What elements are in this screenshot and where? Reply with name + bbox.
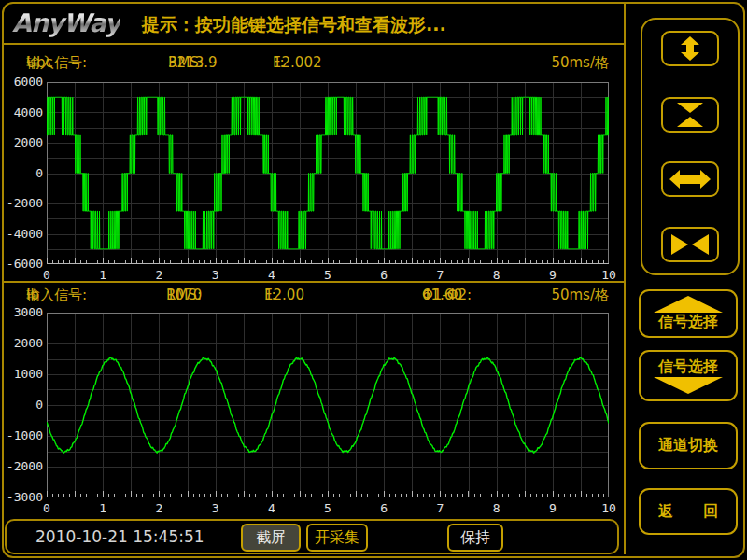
y-tick-label: 1000 — [2, 367, 43, 381]
y-tick-label: 0 — [2, 398, 43, 412]
x-tick-label: 7 — [426, 501, 454, 515]
vertical-expand-button[interactable] — [661, 31, 719, 66]
signal-name: Ib — [26, 287, 39, 303]
x-tick-label: 9 — [539, 501, 567, 515]
x-tick-label: 5 — [314, 268, 342, 282]
triangle-down-icon — [654, 377, 723, 394]
x-tick-label: 6 — [370, 501, 398, 515]
analyzer-screen: AnyWay 提示：按功能键选择信号和查看波形... 输入信号: Ubc RMS… — [0, 0, 747, 560]
y-tick-label: -4000 — [2, 227, 43, 241]
arrows-horizontal-expand-icon — [669, 167, 711, 191]
y-tick-label: 0 — [2, 166, 43, 180]
triangle-up-icon — [654, 296, 723, 313]
arrows-vertical-expand-icon — [669, 36, 711, 61]
x-tick-label: 1 — [89, 501, 117, 515]
x-tick-label: 6 — [370, 268, 398, 282]
x-tick-label: 3 — [202, 268, 230, 282]
y-tick-label: -6000 — [2, 257, 43, 271]
signal-select-up-button[interactable]: 信号选择 — [639, 289, 738, 338]
timestamp: 2010-10-21 15:45:51 — [35, 527, 204, 546]
arrows-vertical-compress-icon — [669, 103, 711, 127]
panel1-header: 输入信号: Ubc RMS: 3213.9 F: 12.002 50ms/格 — [0, 54, 624, 75]
x-tick-label: 2 — [145, 501, 173, 515]
capture-button[interactable]: 截屏 — [241, 524, 301, 552]
hint-text: 提示：按功能键选择信号和查看波形... — [142, 13, 446, 37]
timebase-label: 50ms/格 — [551, 54, 609, 72]
anyway-logo: AnyWay — [12, 8, 120, 37]
x-tick-label: 10 — [595, 501, 623, 515]
x-tick-label: 5 — [314, 501, 342, 515]
start-acquire-button[interactable]: 开采集 — [306, 524, 368, 552]
y-tick-label: -2000 — [2, 196, 43, 210]
x-tick-label: 3 — [202, 501, 230, 515]
timebase-label: 50ms/格 — [551, 287, 609, 304]
back-label: 返 回 — [658, 502, 718, 522]
y-tick-label: 3000 — [2, 305, 43, 319]
x-tick-label: 8 — [483, 268, 511, 282]
y-tick-label: 6000 — [2, 75, 43, 89]
x-tick-label: 7 — [426, 268, 454, 282]
waveform-canvas-ubc — [47, 82, 609, 264]
signal-select-down-button[interactable]: 信号选择 — [639, 350, 738, 401]
y-tick-label: 2000 — [2, 336, 43, 350]
x-tick-label: 8 — [483, 501, 511, 515]
back-button[interactable]: 返 回 — [639, 488, 738, 535]
x-tick-label: 1 — [89, 268, 117, 282]
titlebar-divider — [4, 43, 624, 45]
vertical-compress-button[interactable] — [661, 97, 719, 133]
x-tick-label: 4 — [258, 268, 286, 282]
horizontal-expand-button[interactable] — [661, 161, 719, 197]
y-tick-label: 2000 — [2, 135, 43, 149]
arrows-horizontal-compress-icon — [669, 232, 711, 257]
hold-button[interactable]: 保持 — [447, 524, 503, 552]
waveform-canvas-ib — [47, 313, 609, 497]
horizontal-compress-button[interactable] — [661, 227, 719, 262]
channel-switch-button[interactable]: 通道切换 — [639, 422, 738, 469]
x-tick-label: 2 — [145, 268, 173, 282]
signal-select-down-label: 信号选择 — [658, 357, 718, 377]
x-tick-label: 4 — [258, 501, 286, 515]
sidebar-divider — [624, 4, 626, 554]
signal-name: Ubc — [26, 54, 53, 71]
x-tick-label: 9 — [539, 268, 567, 282]
panel2-header: 输入信号: Ib RMS: 1070 F: 12.00 Φ1-Φ2: 61.60… — [0, 287, 624, 307]
y-tick-label: -3000 — [2, 490, 43, 504]
signal-select-up-label: 信号选择 — [658, 313, 718, 332]
x-tick-label: 10 — [595, 268, 623, 282]
y-tick-label: 4000 — [2, 105, 43, 119]
channel-switch-label: 通道切换 — [658, 436, 718, 455]
zoom-button-group — [641, 18, 740, 275]
y-tick-label: -1000 — [2, 428, 43, 442]
y-tick-label: -2000 — [2, 459, 43, 473]
